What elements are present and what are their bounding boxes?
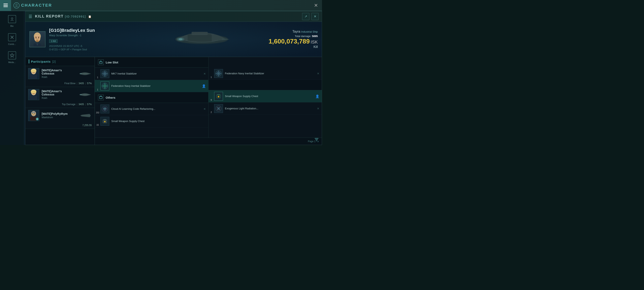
top-close-button[interactable]: ✕	[314, 3, 318, 8]
list-item[interactable]: 1 Federation	[208, 68, 322, 80]
participant-main-3: + [MATE]PolyRythym Maelstrom	[25, 108, 94, 123]
sidebar-item-medals[interactable]: Meda...	[8, 51, 16, 64]
hamburger-icon	[4, 4, 8, 7]
modal-header-bar: ☰ KILL REPORT [ID:7092991] 📋 ↗ ✕	[25, 11, 322, 22]
damage-stat: 3405	[78, 82, 84, 85]
combat-label: Comb...	[8, 43, 16, 45]
participant-name: [MATE]Amarr's Colossus	[42, 90, 75, 96]
medals-label: Meda...	[8, 61, 16, 64]
participants-panel: Participants [2]	[25, 57, 95, 145]
item-name: Exogenous Light Radiation...	[225, 107, 315, 110]
damage-stat: 3405	[78, 103, 84, 106]
participant-ship: Rokh	[42, 97, 75, 100]
svg-point-46	[104, 73, 106, 75]
participant-info: [MATE]Amarr's Colossus Rokh	[42, 90, 75, 100]
svg-rect-26	[30, 75, 37, 79]
ship-thumbnail	[78, 71, 92, 77]
item-name: Federation Navy Inertial Stabilizer	[225, 72, 315, 75]
others-spacer-header	[208, 80, 322, 90]
kill-report-modal: ☰ KILL REPORT [ID:7092991] 📋 ↗ ✕	[25, 11, 322, 145]
list-item[interactable]: [MATE]Amarr's Colossus Rokh Top	[25, 87, 94, 108]
ship-image-area	[150, 22, 253, 57]
list-item[interactable]: 1 Federation	[95, 80, 208, 92]
svg-point-8	[36, 38, 36, 38]
participant-name: [MATE]Amarr's Colossus	[42, 69, 75, 75]
percent-stat: 57%	[87, 103, 92, 106]
item-close-icon[interactable]: ✕	[317, 107, 320, 110]
item-count: 202	[96, 112, 100, 114]
svg-point-1	[11, 18, 13, 19]
isk-unit: ISK	[311, 40, 318, 45]
list-item[interactable]: 202 Cloud AI Learning Code Refactoring..…	[95, 103, 208, 115]
list-item[interactable]: 9 Small Weapon Supply Chest 👤	[208, 90, 322, 103]
low-slot-header: Low Slot	[95, 57, 208, 68]
item-count: 9	[210, 99, 213, 101]
low-slot-icon	[98, 59, 104, 65]
list-item[interactable]: [MATE]Amarr's Colossus Rokh Fina	[25, 66, 94, 87]
result-label: Kill	[268, 45, 318, 49]
svg-point-69	[218, 73, 219, 74]
participant-stats: Top Damage | 3405 | 57%	[25, 102, 94, 108]
plus-badge: +	[36, 118, 39, 120]
ship-thumbnail	[78, 113, 92, 119]
header-bar	[28, 59, 30, 64]
svg-rect-25	[31, 70, 36, 72]
percent-stat: 57%	[87, 82, 92, 85]
participant-info: [MATE]PolyRythym Maelstrom	[42, 112, 75, 119]
modal-id: [ID:7092991]	[65, 15, 86, 18]
svg-rect-64	[104, 119, 106, 120]
sidebar-item-bio[interactable]: Bio	[8, 15, 16, 27]
list-item[interactable]: + [MATE]PolyRythym Maelstrom	[25, 108, 94, 129]
filter-button[interactable]	[311, 134, 322, 145]
participant-stats: 7,255.55	[25, 123, 94, 129]
damage-stat: 7,255.55	[82, 124, 92, 127]
item-close-icon[interactable]: ✕	[317, 72, 320, 75]
item-count: 2	[210, 111, 213, 113]
svg-rect-75	[217, 94, 220, 95]
item-close-icon[interactable]: ✕	[204, 72, 206, 75]
list-item[interactable]: 2 Exogenous Light Radiation... ✕	[208, 103, 322, 115]
list-item[interactable]: 1 MK7 Inertia	[95, 68, 208, 80]
others-title: Others	[106, 96, 115, 99]
avatar	[28, 89, 39, 100]
isk-line: 1,600,073,789 ISK	[268, 38, 318, 45]
avatar	[28, 68, 39, 79]
modal-title: KILL REPORT [ID:7092991] 📋	[35, 14, 92, 19]
export-button[interactable]: ↗	[302, 13, 309, 20]
slots-panel: Low Slot 1	[95, 57, 322, 145]
modal-actions: ↗ ✕	[302, 13, 318, 20]
participant-main-2: [MATE]Amarr's Colossus Rokh	[25, 87, 94, 102]
item-icon	[100, 82, 109, 90]
clipboard-icon: 📋	[88, 15, 92, 18]
avatar: +	[28, 110, 39, 121]
participants-header: Participants [2]	[25, 57, 94, 66]
app-title: CHARACTER	[21, 3, 52, 8]
menu-button[interactable]	[0, 0, 11, 11]
svg-rect-58	[100, 97, 102, 99]
svg-rect-33	[31, 91, 36, 93]
item-icon	[100, 105, 109, 113]
svg-point-80	[218, 108, 219, 109]
svg-point-77	[218, 96, 219, 97]
item-name: Small Weapon Supply Chest	[111, 119, 206, 123]
bio-label: Bio	[10, 25, 14, 27]
character-icon	[14, 3, 20, 9]
item-name: Small Weapon Supply Chest	[225, 94, 314, 98]
sidebar-item-combat[interactable]: Comb...	[8, 33, 16, 45]
modal-menu-icon[interactable]: ☰	[28, 14, 32, 19]
item-icon	[214, 104, 223, 113]
list-item[interactable]: 15 Small Weapon Supply Chest	[95, 115, 208, 127]
item-close-icon[interactable]: ✕	[204, 107, 206, 111]
svg-point-27	[80, 73, 82, 74]
slots-footer: Page 1 ›	[95, 138, 322, 145]
participant-name: [MATE]PolyRythym	[42, 112, 75, 115]
victim-info: [G1G]BradleyLex Sun Warp Scramble Streng…	[49, 28, 95, 51]
kill-stats: Tayra Industrial Ship Total damage: 5895…	[268, 30, 318, 49]
combat-icon	[8, 33, 16, 41]
svg-point-66	[104, 121, 105, 122]
item-count: 1	[210, 76, 213, 78]
modal-close-button[interactable]: ✕	[311, 13, 318, 20]
svg-rect-34	[30, 96, 37, 100]
item-icon	[214, 69, 223, 78]
item-name: MK7 Inertial Stabilizer	[111, 72, 202, 76]
